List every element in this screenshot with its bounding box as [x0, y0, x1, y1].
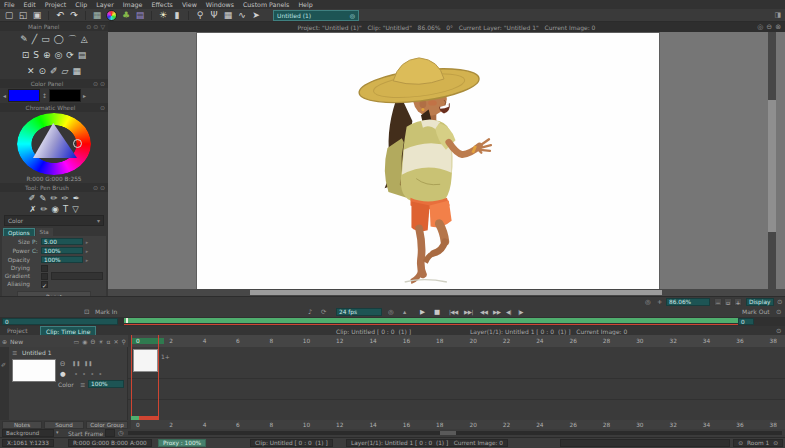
frame-number[interactable]: 14 — [364, 338, 397, 344]
camstand-icon[interactable]: α — [107, 338, 111, 345]
panel-toggle-icon[interactable]: ◨ — [774, 11, 781, 19]
undo-icon[interactable]: ↶ — [55, 10, 65, 21]
slider-handle-icon[interactable]: ▸ — [83, 239, 91, 245]
tool-icon[interactable]: ◎ — [54, 50, 62, 60]
orientation-icon[interactable]: ▴ — [403, 308, 406, 316]
swatch-spinner-icon[interactable]: ↕ — [42, 92, 47, 99]
main-panel-header[interactable]: Main Panel ⊙ ⊙ ▽ — [0, 22, 108, 31]
size-field[interactable]: 5.00 — [41, 238, 83, 245]
frame-number[interactable]: 12 — [331, 338, 364, 344]
add-layer-icon[interactable]: ⊕ — [2, 338, 7, 345]
brush-tool-icon[interactable]: ✗ — [29, 204, 36, 214]
frame-number[interactable]: 8 — [264, 422, 297, 428]
panel-circle-icon[interactable]: ⊙ — [93, 80, 98, 87]
tool-panel-header[interactable]: Tool: Pen Brush ⊙ ⊙ — [0, 183, 108, 192]
lock-icon[interactable]: Θ — [90, 338, 95, 345]
panel-circle-icon[interactable]: ⊙ — [86, 23, 91, 30]
frame-number[interactable]: 24 — [531, 338, 564, 344]
tool-icon[interactable]: ⊡ — [22, 50, 30, 60]
open-icon[interactable]: ◱ — [18, 10, 28, 21]
frame-number[interactable]: 26 — [564, 422, 597, 428]
frame-number[interactable]: 2 — [164, 422, 197, 428]
mark-in-icon[interactable]: ⊡ — [84, 308, 89, 316]
room-label[interactable]: Room 1 — [747, 440, 769, 446]
frame-number[interactable]: 24 — [531, 422, 564, 428]
brush-tool-icon[interactable]: ✐ — [28, 193, 35, 203]
graph-icon[interactable]: ∿ — [237, 10, 247, 21]
frame-number[interactable]: 4 — [198, 422, 231, 428]
primary-color-swatch[interactable] — [8, 89, 40, 102]
chromatic-wheel[interactable] — [15, 113, 93, 175]
tool-icon[interactable]: ▱ — [62, 66, 69, 76]
viewer-workspace[interactable] — [108, 32, 785, 296]
clock-icon[interactable]: ◷ — [118, 429, 124, 437]
menu-item[interactable]: Clip — [75, 1, 87, 8]
color-group-button[interactable]: Color Group — [86, 421, 128, 429]
room-lock-icon[interactable]: ⊙ — [738, 440, 743, 446]
frame-number[interactable]: 32 — [665, 422, 698, 428]
menu-item[interactable]: Windows — [206, 1, 234, 8]
drying-checkbox[interactable] — [41, 265, 48, 272]
tool-icon[interactable]: ◬ — [81, 34, 88, 44]
timeline-scrollbar[interactable] — [128, 431, 782, 435]
panel-circle-icon[interactable]: ⊙ — [93, 184, 98, 191]
brush-tool-icon[interactable]: ✏ — [50, 193, 57, 203]
sound-button[interactable]: Sound — [44, 421, 84, 429]
brush-tool-icon[interactable]: ◉ — [52, 204, 59, 214]
layer-lock-icon[interactable]: Θ — [60, 360, 65, 368]
step-back-button[interactable]: ◀◀ — [480, 309, 487, 315]
hand-icon[interactable]: Ψ — [209, 10, 219, 21]
tool-icon[interactable]: ✎ — [20, 34, 28, 44]
power-field[interactable]: 100% — [41, 247, 83, 254]
frame-number[interactable]: 20 — [464, 338, 497, 344]
tab-project[interactable]: Project — [2, 326, 33, 335]
scrollbar-handle[interactable] — [768, 100, 776, 232]
frame-number[interactable]: 30 — [631, 338, 664, 344]
display-dropdown[interactable]: Display — [746, 298, 774, 306]
frame-number[interactable]: 4 — [198, 338, 231, 344]
tab-secondary[interactable]: Sta — [36, 228, 53, 236]
ruler-icon[interactable]: ▮ — [172, 10, 182, 21]
frame-number[interactable]: 28 — [598, 338, 631, 344]
zoom-out-button[interactable]: − — [714, 298, 722, 306]
menu-item[interactable]: Image — [123, 1, 143, 8]
opacity-menu-icon[interactable]: ≡ — [80, 381, 85, 389]
end-frame-field[interactable]: 0 — [738, 318, 754, 325]
swatch-left-arrow-icon[interactable]: ◂ — [3, 92, 6, 99]
frame-number[interactable]: 38 — [765, 422, 785, 428]
frame-number[interactable]: 34 — [698, 338, 731, 344]
frame-number[interactable]: 0 — [131, 422, 164, 428]
keyframe-cell[interactable] — [133, 349, 158, 372]
layer-opacity-field[interactable]: 100% — [88, 380, 124, 388]
frame-range-slider[interactable] — [124, 318, 754, 323]
menu-item[interactable]: View — [182, 1, 197, 8]
slider-handle-icon[interactable]: ▸ — [83, 257, 91, 263]
tool-icon[interactable]: ▭ — [41, 34, 50, 44]
magnifier-icon[interactable]: ⚲ — [195, 10, 205, 21]
frame-number[interactable]: 2 — [164, 338, 197, 344]
menu-item[interactable]: File — [4, 1, 15, 8]
frame-number[interactable]: 16 — [398, 422, 431, 428]
zoom-in-button[interactable]: + — [734, 298, 742, 306]
brush-tool-icon[interactable]: ✒ — [73, 193, 80, 203]
play-button[interactable]: ▶ — [420, 308, 425, 316]
loop-icon[interactable]: ⟳ — [321, 308, 326, 316]
schematic-icon[interactable]: ▦ — [92, 10, 102, 21]
plant-icon[interactable]: ♣ — [121, 10, 131, 21]
new-icon[interactable]: ▢ — [4, 10, 14, 21]
brush-tool-icon[interactable]: ✑ — [62, 193, 69, 203]
zoom-level-field[interactable]: 86.06% — [666, 298, 710, 306]
frame-number[interactable]: 22 — [498, 338, 531, 344]
frame-number[interactable]: 34 — [698, 422, 731, 428]
clip-selector[interactable]: Untitled (1) ◎ — [273, 10, 359, 21]
viewer-title-bar[interactable]: Project: "Untitled (1)" Clip: "Untitled"… — [108, 22, 785, 32]
tool-icon[interactable]: S — [33, 50, 39, 60]
layer-config-icon[interactable]: ❚❚ — [72, 360, 80, 366]
zoom-timeline-icon[interactable]: ⚲ — [122, 338, 126, 345]
tool-icon[interactable]: ◯ — [54, 34, 64, 44]
brush-tool-icon[interactable]: ✎ — [39, 193, 46, 203]
room-customize-icon[interactable]: ⊙ — [773, 440, 778, 446]
panel-circle-icon[interactable]: ⊙ — [100, 104, 105, 111]
frame-number[interactable]: 12 — [331, 422, 364, 428]
cursor-icon[interactable]: ➤ — [251, 10, 261, 21]
